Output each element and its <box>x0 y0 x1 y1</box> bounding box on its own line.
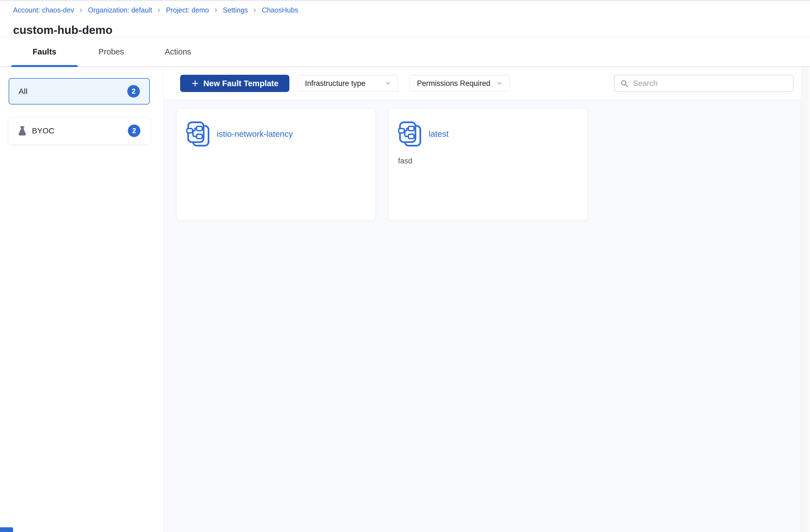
search-input[interactable] <box>632 79 788 88</box>
new-fault-template-label: New Fault Template <box>203 79 278 88</box>
count-badge: 2 <box>127 85 140 98</box>
chevron-right-icon <box>213 7 219 13</box>
fault-template-grid: istio-network-latency latest <box>177 109 587 221</box>
breadcrumb-project-link[interactable]: Project: demo <box>166 6 209 14</box>
tab-bar: Faults Probes Actions <box>0 37 810 67</box>
tab-actions-label: Actions <box>165 47 191 57</box>
fault-template-card[interactable]: istio-network-latency <box>177 109 375 221</box>
tab-probes[interactable]: Probes <box>78 37 145 66</box>
toolbar: New Fault Template Infrastructure type P… <box>164 67 801 100</box>
new-fault-template-button[interactable]: New Fault Template <box>180 75 289 92</box>
chevron-down-icon <box>385 80 392 87</box>
scrollbar-track[interactable] <box>801 67 810 532</box>
fault-template-icon <box>398 121 422 147</box>
category-sidebar: All 2 BYOC 2 <box>0 67 164 532</box>
chevron-down-icon <box>496 80 503 87</box>
sidebar-item-byoc[interactable]: BYOC 2 <box>9 117 150 144</box>
infrastructure-type-label: Infrastructure type <box>305 79 366 88</box>
flask-icon <box>18 126 27 136</box>
fault-template-description: fasd <box>398 157 578 165</box>
fault-template-title[interactable]: latest <box>428 129 449 139</box>
search-icon <box>620 79 629 87</box>
breadcrumb: Account: chaos-dev Organization: default… <box>13 6 298 14</box>
chevron-right-icon <box>156 7 162 13</box>
sidebar-item-all-label: All <box>19 87 28 96</box>
fault-template-description <box>186 157 366 165</box>
fault-template-card[interactable]: latest fasd <box>388 109 587 221</box>
breadcrumb-settings-link[interactable]: Settings <box>223 6 248 14</box>
window-top-strip <box>0 0 810 1</box>
fault-template-title[interactable]: istio-network-latency <box>217 129 293 139</box>
breadcrumb-organization-link[interactable]: Organization: default <box>88 6 152 14</box>
breadcrumb-chaoshubs-link[interactable]: ChaosHubs <box>262 6 298 14</box>
chevron-right-icon <box>78 7 84 13</box>
active-tab-underline <box>11 65 78 67</box>
breadcrumb-account-link[interactable]: Account: chaos-dev <box>13 6 74 14</box>
bottom-left-partial-element <box>0 527 13 532</box>
count-badge: 2 <box>128 125 140 137</box>
infrastructure-type-select[interactable]: Infrastructure type <box>297 75 398 92</box>
main-content: New Fault Template Infrastructure type P… <box>164 67 810 532</box>
card-header: istio-network-latency <box>186 121 366 147</box>
permissions-required-label: Permissions Required <box>417 79 490 88</box>
tab-actions[interactable]: Actions <box>145 37 211 66</box>
card-header: latest <box>398 121 578 147</box>
fault-template-icon <box>186 121 210 147</box>
page-title: custom-hub-demo <box>13 23 113 37</box>
tab-faults[interactable]: Faults <box>11 37 78 66</box>
search-field <box>614 75 794 92</box>
chevron-right-icon <box>252 7 258 13</box>
tab-probes-label: Probes <box>98 47 124 57</box>
sidebar-item-byoc-label: BYOC <box>32 127 54 135</box>
permissions-required-select[interactable]: Permissions Required <box>409 75 509 92</box>
plus-icon <box>191 79 199 87</box>
sidebar-item-all[interactable]: All 2 <box>9 78 150 104</box>
tab-faults-label: Faults <box>33 47 56 57</box>
